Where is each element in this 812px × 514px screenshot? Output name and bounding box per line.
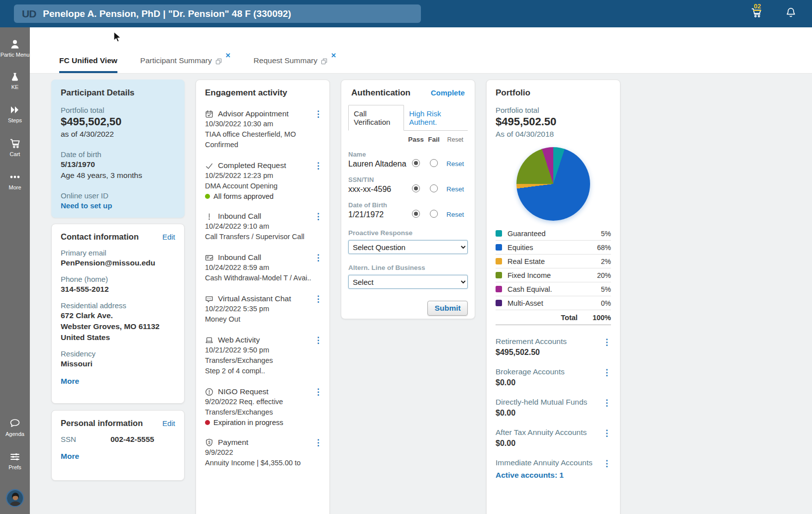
kebab-menu-icon[interactable]: ⋮: [603, 398, 611, 408]
fail-radio[interactable]: [430, 184, 438, 192]
close-icon[interactable]: ✕: [331, 52, 336, 59]
kebab-menu-icon[interactable]: ⋮: [314, 437, 322, 448]
auth-row-name: NameLauren AltadenaReset: [348, 151, 468, 169]
patient-header-pill[interactable]: UD Penelope A. Pension, PhD | "Dr. Pensi…: [14, 4, 421, 23]
panel-title: Participant Details: [61, 88, 175, 98]
active-accounts-link[interactable]: Active accounts: 1: [496, 471, 564, 480]
reset-link[interactable]: Reset: [443, 160, 468, 168]
engagement-item-title: NIGO Request: [218, 387, 269, 396]
kebab-menu-icon[interactable]: ⋮: [314, 211, 322, 222]
chat-icon: [205, 295, 213, 303]
engagement-item-title: Payment: [218, 438, 248, 447]
status-text: All forms approved: [213, 192, 274, 200]
fail-radio[interactable]: [430, 210, 438, 218]
portfolio-total-value: $495,502,50: [61, 115, 175, 128]
tab-call-verification[interactable]: Call Verification: [348, 105, 404, 131]
line-of-business-select[interactable]: Select: [348, 275, 468, 289]
kebab-menu-icon[interactable]: ⋮: [603, 458, 611, 469]
tab-fc-unified-view[interactable]: FC Unified View: [59, 56, 117, 73]
engagement-item: Inbound Call⋮10/24/2022 9:10 amCall Tran…: [196, 212, 329, 242]
auth-field-label: SSN/TIN: [348, 176, 407, 183]
sidebar-item-more[interactable]: More: [0, 171, 30, 190]
edit-contact-link[interactable]: Edit: [162, 233, 175, 241]
personal-information-panel: Personal information Edit SSN 002-42-555…: [51, 410, 185, 481]
auth-field-value: xxx-xx-4596: [348, 185, 407, 194]
user-avatar[interactable]: [6, 489, 24, 507]
auth-field: SSN/TINxxx-xx-4596: [348, 176, 407, 194]
person-icon: [9, 38, 21, 50]
pass-radio[interactable]: [412, 210, 420, 218]
kebab-menu-icon[interactable]: ⋮: [314, 161, 322, 171]
reset-link[interactable]: Reset: [443, 211, 468, 218]
close-icon[interactable]: ✕: [225, 52, 231, 59]
portfolio-panel: Portfolio Portfolio total $495,502.50 As…: [486, 80, 620, 514]
pass-radio[interactable]: [412, 159, 420, 167]
sidebar-item-steps[interactable]: Steps: [0, 104, 30, 123]
pie-legend: Guaranteed5%Equities68%Real Estate2%Fixe…: [496, 227, 611, 310]
kebab-menu-icon[interactable]: ⋮: [603, 337, 611, 347]
tab-request-summary[interactable]: Request Summary✕: [254, 56, 336, 73]
sidebar-item-cart[interactable]: Cart: [0, 137, 30, 157]
engagement-item-header: Completed Request: [205, 161, 314, 170]
panel-title: Contact information: [61, 232, 139, 242]
engagement-item-line: Step 2 of 4 compl..: [205, 366, 314, 376]
auth-complete-link[interactable]: Complete: [431, 88, 465, 97]
submit-button[interactable]: Submit: [427, 301, 468, 316]
engagement-item-line: 9/9/2022: [205, 447, 314, 457]
proactive-response-label: Proactive Response: [348, 229, 468, 237]
engagement-item-title: Advisor Appointment: [218, 109, 289, 118]
kebab-menu-icon[interactable]: ⋮: [314, 253, 322, 263]
kebab-menu-icon[interactable]: ⋮: [314, 109, 322, 119]
sidebar-item-label: Steps: [8, 117, 22, 123]
check-icon: [205, 162, 213, 170]
fail-radio[interactable]: [430, 159, 438, 167]
kebab-menu-icon[interactable]: ⋮: [314, 335, 322, 345]
engagement-list: Advisor Appointment⋮10/30/2022 10:30 amT…: [196, 109, 329, 468]
sidebar-item-partic-menu[interactable]: Partic Menu: [0, 38, 30, 58]
engagement-item-header: $Payment: [205, 438, 314, 447]
auth-field-value: Lauren Altadena: [348, 160, 407, 169]
asset-allocation-pie-chart: [516, 147, 590, 221]
engagement-item-line: Money Out: [205, 314, 314, 324]
contact-more-link[interactable]: More: [61, 377, 79, 386]
online-id-setup-link[interactable]: Need to set up: [61, 201, 112, 210]
reset-link[interactable]: Reset: [443, 185, 468, 193]
sidebar-item-label: Cart: [10, 151, 20, 157]
account-value: $0.00: [496, 409, 601, 418]
kebab-menu-icon[interactable]: ⋮: [603, 428, 611, 438]
tab-high-risk-authentication[interactable]: High Risk Authent.: [404, 105, 468, 130]
legend-label: Multi-Asset: [508, 299, 543, 307]
tab-bar: FC Unified ViewParticipant Summary✕Reque…: [30, 27, 812, 74]
laptop-icon: [205, 336, 213, 344]
personal-more-link[interactable]: More: [61, 452, 79, 461]
cart-icon[interactable]: 02: [750, 6, 763, 21]
legend-swatch: [496, 244, 502, 251]
calendar-check-icon: [205, 110, 213, 118]
legend-label: Cash Equival.: [508, 285, 552, 293]
pass-radio[interactable]: [412, 184, 420, 192]
auth-field: Date of Birth1/21/1972: [348, 201, 407, 219]
auth-field: NameLauren Altadena: [348, 151, 407, 169]
auth-field-label: Name: [348, 151, 407, 158]
proactive-response-select[interactable]: Select Question: [348, 240, 468, 254]
kebab-menu-icon[interactable]: ⋮: [314, 387, 322, 397]
portfolio-total-label: Portfolio total: [61, 106, 175, 114]
tab-participant-summary[interactable]: Participant Summary✕: [140, 56, 231, 73]
portfolio-total-label: Portfolio total: [496, 106, 611, 114]
edit-personal-link[interactable]: Edit: [162, 419, 175, 428]
sidebar-item-agenda[interactable]: Agenda: [0, 418, 30, 437]
account-value: $495,502.50: [496, 348, 601, 357]
notifications-bell-icon[interactable]: [785, 6, 797, 21]
kebab-menu-icon[interactable]: ⋮: [603, 367, 611, 378]
shield-dollar-icon: $: [205, 438, 213, 447]
engagement-item-line: Transfers/Exchanges: [205, 355, 314, 365]
online-id-label: Online user ID: [61, 191, 175, 200]
kebab-menu-icon[interactable]: ⋮: [314, 294, 322, 304]
account-item-immediate-annuity-accounts: Immediate Annuity Accounts⋮Active accoun…: [496, 458, 611, 480]
popout-icon[interactable]: [215, 58, 222, 65]
sidebar-item-prefs[interactable]: Prefs: [0, 451, 30, 470]
popout-icon[interactable]: [321, 58, 327, 65]
alert-circle-icon: [205, 388, 213, 396]
sidebar-item-ke[interactable]: KE: [0, 72, 30, 90]
auth-tab-bar: Call Verification High Risk Authent.: [348, 105, 468, 131]
